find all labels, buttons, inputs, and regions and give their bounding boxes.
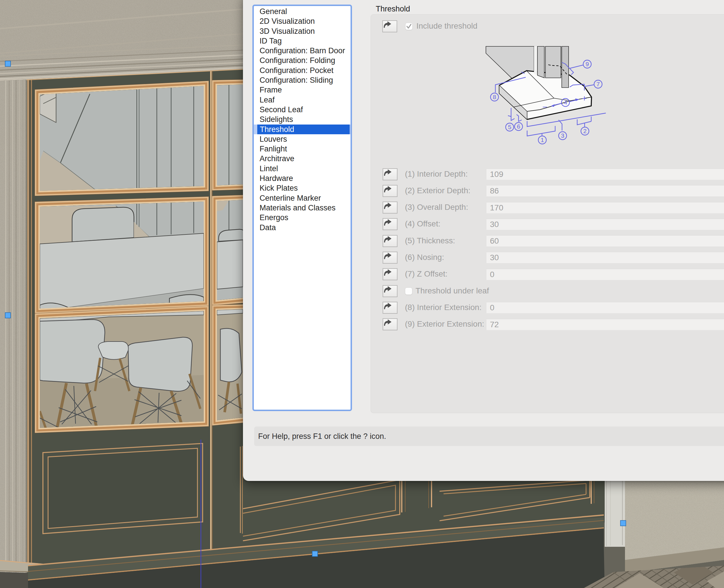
- svg-text:−: −: [542, 102, 548, 112]
- svg-text:8: 8: [493, 93, 496, 100]
- svg-text:7: 7: [596, 81, 600, 87]
- svg-text:1: 1: [540, 136, 544, 143]
- svg-text:4: 4: [564, 99, 567, 106]
- svg-text:5: 5: [508, 124, 511, 130]
- svg-text:9: 9: [585, 61, 589, 67]
- svg-text:+: +: [582, 93, 587, 103]
- svg-text:3: 3: [561, 132, 564, 139]
- svg-text:6: 6: [517, 123, 520, 130]
- svg-text:2: 2: [583, 128, 587, 134]
